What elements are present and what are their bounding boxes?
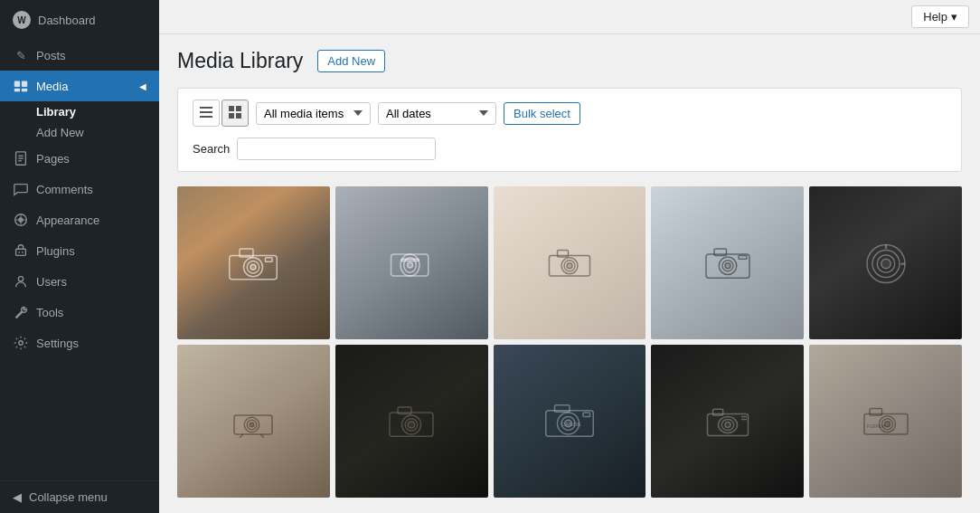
comments-label: Comments: [36, 183, 93, 196]
media-icon: [13, 78, 29, 94]
svg-point-41: [725, 263, 730, 269]
posts-icon: ✎: [13, 47, 29, 63]
appearance-icon: [13, 212, 29, 228]
svg-rect-21: [236, 113, 241, 119]
help-button[interactable]: Help ▾: [911, 5, 969, 28]
grid-view-icon: [229, 106, 241, 121]
sidebar-item-media[interactable]: Media ◀: [0, 71, 159, 101]
svg-rect-1: [22, 81, 27, 87]
svg-rect-43: [739, 256, 747, 260]
posts-label: Posts: [36, 49, 66, 62]
media-item[interactable]: [651, 186, 804, 339]
svg-point-9: [18, 217, 23, 222]
collapse-icon: ◀: [13, 490, 22, 504]
svg-text:FUJIFILM: FUJIFILM: [867, 424, 885, 429]
media-item[interactable]: [335, 186, 488, 339]
svg-point-71: [725, 423, 730, 428]
media-toolbar: All media items Images Audio Video All d…: [177, 88, 962, 172]
users-icon: [13, 273, 29, 290]
svg-point-59: [408, 422, 415, 429]
tools-icon: [13, 304, 29, 320]
svg-rect-32: [401, 260, 419, 261]
sidebar-item-pages[interactable]: Pages: [0, 143, 159, 174]
media-item[interactable]: [494, 186, 646, 339]
tools-label: Tools: [36, 306, 63, 319]
svg-point-14: [19, 341, 24, 346]
settings-label: Settings: [36, 337, 79, 350]
search-label: Search: [193, 142, 230, 156]
collapse-menu-button[interactable]: ◀ Collapse menu: [0, 480, 159, 513]
media-item[interactable]: [335, 345, 488, 498]
date-filter[interactable]: All dates January 2024 December 2023: [378, 102, 496, 125]
sidebar-item-comments[interactable]: Comments: [0, 174, 159, 204]
svg-rect-19: [236, 106, 241, 111]
svg-rect-10: [16, 249, 26, 255]
sidebar-item-settings[interactable]: Settings: [0, 328, 159, 358]
svg-rect-16: [200, 111, 212, 113]
wp-logo-icon: W: [13, 11, 31, 29]
svg-rect-2: [14, 89, 20, 92]
svg-rect-15: [200, 107, 212, 109]
list-view-button[interactable]: [193, 100, 220, 127]
view-toggle: [193, 100, 249, 127]
main-content: Help ▾ Media Library Add New: [159, 0, 980, 513]
plugins-label: Plugins: [36, 244, 75, 258]
help-label: Help: [923, 10, 947, 24]
media-item[interactable]: [651, 345, 804, 498]
plugins-icon: [13, 242, 29, 259]
settings-icon: [13, 335, 29, 351]
svg-point-78: [884, 422, 890, 427]
comments-icon: [13, 181, 29, 197]
media-expand-icon: ◀: [139, 81, 146, 91]
page-title: Media Library: [177, 49, 303, 73]
bulk-select-button[interactable]: Bulk select: [504, 102, 580, 125]
pages-label: Pages: [36, 152, 70, 166]
svg-rect-0: [14, 81, 20, 87]
collapse-label: Collapse menu: [29, 490, 108, 504]
svg-point-36: [567, 263, 572, 269]
sidebar-item-appearance[interactable]: Appearance: [0, 204, 159, 235]
sidebar-item-plugins[interactable]: Plugins: [0, 235, 159, 266]
sidebar-subitem-add-new[interactable]: Add New: [0, 122, 159, 143]
add-new-button[interactable]: Add New: [317, 50, 385, 72]
svg-rect-20: [229, 113, 234, 119]
media-grid: CANON: [177, 186, 962, 498]
sidebar-item-tools[interactable]: Tools: [0, 297, 159, 328]
sidebar-item-posts[interactable]: ✎ Posts: [0, 40, 159, 71]
sidebar: W Dashboard ✎ Posts Media ◀ Library Add …: [0, 0, 159, 513]
topbar: Help ▾: [159, 0, 980, 34]
sidebar-item-users[interactable]: Users: [0, 266, 159, 297]
media-label: Media: [36, 80, 68, 93]
media-item[interactable]: [177, 186, 330, 339]
media-item[interactable]: [177, 345, 330, 498]
library-label: Library: [36, 105, 76, 119]
media-item[interactable]: FUJIFILM: [809, 345, 962, 498]
media-type-filter[interactable]: All media items Images Audio Video: [256, 102, 371, 125]
search-input[interactable]: [237, 138, 436, 160]
help-chevron-icon: ▾: [951, 10, 957, 24]
svg-rect-3: [22, 89, 27, 92]
svg-point-13: [18, 277, 23, 281]
svg-rect-17: [200, 116, 212, 118]
list-view-icon: [200, 106, 212, 121]
grid-view-button[interactable]: [221, 100, 249, 127]
svg-point-31: [408, 262, 413, 268]
sidebar-subitem-library[interactable]: Library: [0, 101, 159, 122]
svg-rect-27: [266, 258, 273, 262]
toolbar-top: All media items Images Audio Video All d…: [193, 100, 947, 127]
appearance-label: Appearance: [36, 214, 99, 227]
svg-point-25: [250, 265, 256, 271]
sidebar-logo[interactable]: W Dashboard: [0, 0, 159, 40]
users-label: Users: [36, 275, 67, 289]
dashboard-label: Dashboard: [38, 14, 96, 27]
svg-rect-66: [583, 413, 590, 417]
toolbar-search: Search: [193, 138, 947, 160]
pages-icon: [13, 150, 29, 166]
media-item[interactable]: [809, 186, 962, 339]
add-new-sub-label: Add New: [36, 126, 84, 139]
page-header: Media Library Add New: [177, 49, 962, 73]
media-item[interactable]: CANON: [494, 345, 646, 498]
svg-point-53: [250, 423, 255, 427]
svg-rect-18: [229, 106, 234, 111]
svg-text:CANON: CANON: [561, 422, 581, 427]
